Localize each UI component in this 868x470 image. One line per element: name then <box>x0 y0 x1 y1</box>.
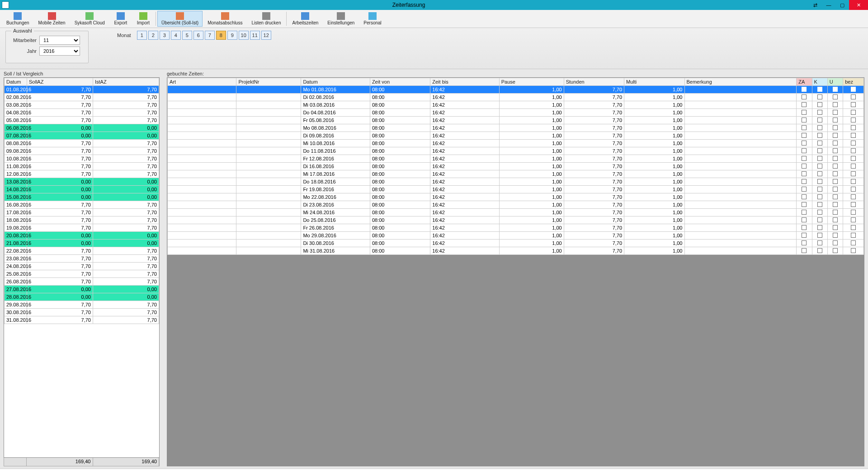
checkbox-k[interactable] <box>817 248 822 253</box>
table-row[interactable]: Do 04.08.201608:0016:421,007,701,00 <box>168 109 864 117</box>
table-row[interactable]: Mo 29.08.201608:0016:421,007,701,00 <box>168 232 864 240</box>
checkbox-u[interactable] <box>833 148 838 153</box>
month-btn-7[interactable]: 7 <box>205 31 215 40</box>
table-row[interactable]: 08.08.20167,707,70 <box>5 140 159 147</box>
month-btn-8[interactable]: 8 <box>216 31 226 40</box>
checkbox-za[interactable] <box>802 110 807 115</box>
checkbox-bez[interactable] <box>851 171 856 176</box>
checkbox-bez[interactable] <box>851 87 856 92</box>
table-row[interactable]: Do 11.08.201608:0016:421,007,701,00 <box>168 147 864 155</box>
checkbox-u[interactable] <box>833 210 838 215</box>
checkbox-k[interactable] <box>817 171 822 176</box>
checkbox-bez[interactable] <box>851 102 856 107</box>
table-row[interactable]: 05.08.20167,707,70 <box>5 117 159 124</box>
checkbox-k[interactable] <box>817 125 822 130</box>
table-row[interactable]: 06.08.20160,000,00 <box>5 124 159 132</box>
swap-button[interactable]: ⇄ <box>808 0 822 10</box>
checkbox-bez[interactable] <box>851 248 856 253</box>
checkbox-u[interactable] <box>833 110 838 115</box>
checkbox-k[interactable] <box>817 148 822 153</box>
checkbox-bez[interactable] <box>851 225 856 230</box>
table-row[interactable]: Di 23.08.201608:0016:421,007,701,00 <box>168 201 864 209</box>
checkbox-u[interactable] <box>833 202 838 207</box>
checkbox-za[interactable] <box>802 240 807 245</box>
toolbar-listen-drucken[interactable]: Listen drucken <box>247 11 285 27</box>
col-Bemerkung[interactable]: Bemerkung <box>684 78 797 86</box>
toolbar--bersicht-soll-ist-[interactable]: Übersicht (Soll-Ist) <box>157 11 203 27</box>
checkbox-u[interactable] <box>833 240 838 245</box>
checkbox-k[interactable] <box>817 110 822 115</box>
checkbox-u[interactable] <box>833 248 838 253</box>
checkbox-za[interactable] <box>802 210 807 215</box>
checkbox-u[interactable] <box>833 164 838 169</box>
checkbox-k[interactable] <box>817 94 822 99</box>
close-button[interactable]: ✕ <box>849 0 868 10</box>
col-U[interactable]: U <box>827 78 843 86</box>
checkbox-u[interactable] <box>833 187 838 192</box>
checkbox-u[interactable] <box>833 133 838 138</box>
checkbox-za[interactable] <box>802 94 807 99</box>
month-btn-10[interactable]: 10 <box>239 31 249 40</box>
checkbox-za[interactable] <box>802 194 807 199</box>
month-btn-6[interactable]: 6 <box>193 31 203 40</box>
table-row[interactable]: 23.08.20167,707,70 <box>5 255 159 263</box>
checkbox-k[interactable] <box>817 187 822 192</box>
table-row[interactable]: 09.08.20167,707,70 <box>5 147 159 155</box>
checkbox-bez[interactable] <box>851 156 856 161</box>
toolbar-personal[interactable]: Personal <box>359 11 385 27</box>
col-Art[interactable]: Art <box>168 78 236 86</box>
soll-ist-grid[interactable]: DatumSollAZIstAZ01.08.20167,707,7002.08.… <box>4 77 160 458</box>
checkbox-u[interactable] <box>833 194 838 199</box>
table-row[interactable]: 04.08.20167,707,70 <box>5 109 159 117</box>
table-row[interactable]: Fr 12.08.201608:0016:421,007,701,00 <box>168 155 864 163</box>
checkbox-bez[interactable] <box>851 110 856 115</box>
gebuchte-zeiten-grid[interactable]: ArtProjektNrDatumZeit vonZeit bisPauseSt… <box>167 77 864 466</box>
table-row[interactable]: 28.08.20160,000,00 <box>5 293 159 301</box>
col-ZA[interactable]: ZA <box>797 78 812 86</box>
toolbar-arbeitszeiten[interactable]: Arbeitszeiten <box>288 11 322 27</box>
table-row[interactable]: Di 02.08.201608:0016:421,007,701,00 <box>168 94 864 101</box>
table-row[interactable]: 20.08.20160,000,00 <box>5 232 159 240</box>
month-btn-9[interactable]: 9 <box>227 31 237 40</box>
checkbox-k[interactable] <box>817 225 822 230</box>
checkbox-u[interactable] <box>833 225 838 230</box>
mitarbeiter-select[interactable]: 11 <box>39 36 80 45</box>
checkbox-za[interactable] <box>802 248 807 253</box>
table-row[interactable]: 25.08.20167,707,70 <box>5 270 159 278</box>
checkbox-za[interactable] <box>802 225 807 230</box>
col-SollAZ[interactable]: SollAZ <box>27 78 93 86</box>
checkbox-k[interactable] <box>817 133 822 138</box>
table-row[interactable]: Mi 17.08.201608:0016:421,007,701,00 <box>168 170 864 178</box>
checkbox-bez[interactable] <box>851 141 856 146</box>
checkbox-za[interactable] <box>802 187 807 192</box>
table-row[interactable]: 27.08.20160,000,00 <box>5 286 159 293</box>
table-row[interactable]: Mi 03.08.201608:0016:421,007,701,00 <box>168 101 864 109</box>
checkbox-u[interactable] <box>833 141 838 146</box>
table-row[interactable]: 31.08.20167,707,70 <box>5 316 159 324</box>
checkbox-bez[interactable] <box>851 187 856 192</box>
month-btn-5[interactable]: 5 <box>182 31 192 40</box>
checkbox-bez[interactable] <box>851 148 856 153</box>
checkbox-bez[interactable] <box>851 202 856 207</box>
table-row[interactable]: Mo 01.08.201608:0016:421,007,701,00 <box>168 86 864 94</box>
table-row[interactable]: Do 25.08.201608:0016:421,007,701,00 <box>168 216 864 224</box>
col-ProjektNr[interactable]: ProjektNr <box>236 78 301 86</box>
table-row[interactable]: Do 18.08.201608:0016:421,007,701,00 <box>168 178 864 186</box>
checkbox-u[interactable] <box>833 125 838 130</box>
col-IstAZ[interactable]: IstAZ <box>93 78 159 86</box>
table-row[interactable]: Mo 22.08.201608:0016:421,007,701,00 <box>168 193 864 201</box>
col-K[interactable]: K <box>812 78 827 86</box>
table-row[interactable]: 19.08.20167,707,70 <box>5 224 159 232</box>
checkbox-k[interactable] <box>817 233 822 238</box>
checkbox-k[interactable] <box>817 179 822 184</box>
month-btn-11[interactable]: 11 <box>250 31 260 40</box>
checkbox-za[interactable] <box>802 148 807 153</box>
checkbox-bez[interactable] <box>851 240 856 245</box>
month-btn-2[interactable]: 2 <box>148 31 158 40</box>
table-row[interactable]: 26.08.20167,707,70 <box>5 278 159 286</box>
toolbar-sykasoft-cloud[interactable]: Sykasoft Cloud <box>71 11 109 27</box>
table-row[interactable]: 11.08.20167,707,70 <box>5 163 159 170</box>
checkbox-k[interactable] <box>817 87 822 92</box>
checkbox-u[interactable] <box>833 87 838 92</box>
checkbox-za[interactable] <box>802 102 807 107</box>
